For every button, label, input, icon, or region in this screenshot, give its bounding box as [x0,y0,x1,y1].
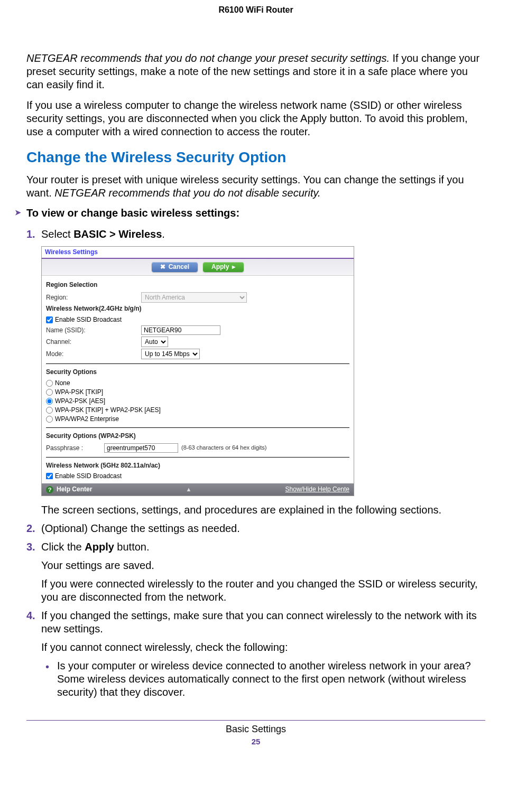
channel-label: Channel: [46,338,141,346]
step-3-p1: Your settings are saved. [41,559,485,572]
screenshot-caption: The screen sections, settings, and proce… [41,503,485,517]
radio-wpa2-aes-label: WPA2-PSK [AES] [55,397,105,405]
step-1-path: BASIC > Wireless [73,228,162,240]
step-3: 3. Click the Apply button. Your settings… [41,540,485,604]
step-number: 2. [26,522,35,535]
step-1-text-c: . [162,228,165,240]
intro-paragraph-2: If you use a wireless computer to change… [26,99,485,138]
step-4-text: If you changed the settings, make sure t… [41,609,485,636]
page-footer: Basic Settings 25 [26,720,485,746]
step-2-text: (Optional) Change the settings as needed… [41,522,485,535]
region-label: Region: [46,294,141,302]
step-number: 3. [26,540,35,554]
wireless-5g-heading: Wireless Network (5GHz 802.11a/n/ac) [46,462,349,470]
enable-ssid-5g-label: Enable SSID Broadcast [55,473,122,479]
help-center-bar[interactable]: ? Help Center ▲ Show/Hide Help Cente [42,483,354,496]
radio-none-label: None [55,379,70,387]
close-icon: ✖ [160,263,165,271]
wireless-24-heading: Wireless Network(2.4GHz b/g/n) [46,305,349,313]
enable-ssid-5g-checkbox[interactable]: Enable SSID Broadcast [46,473,349,479]
procedure-marker-icon: ➤ [15,208,21,217]
step-3-text-a: Click the [41,541,85,553]
channel-select[interactable]: Auto [141,337,168,347]
region-selection-heading: Region Selection [46,281,349,289]
mode-label: Mode: [46,350,141,358]
ss-window-title: Wireless Settings [42,247,354,259]
step-4: 4. If you changed the settings, make sur… [41,609,485,699]
step-3-apply: Apply [85,541,114,553]
security-wpa-tkip-radio[interactable]: WPA-PSK [TKIP] [46,388,349,396]
enable-ssid-checkbox[interactable]: Enable SSID Broadcast [46,316,349,324]
security-options-heading: Security Options [46,368,349,376]
step-4-bullet-1: • Is your computer or wireless device co… [57,659,485,699]
region-select[interactable]: North America [141,292,247,303]
passphrase-note: (8-63 characters or 64 hex digits) [181,444,266,452]
step-1-text-a: Select [41,228,73,240]
passphrase-label: Passphrase : [46,444,104,452]
apply-button[interactable]: Apply ▸ [203,262,244,272]
passphrase-input[interactable] [104,443,178,453]
procedure-lead-text: To view or change basic wireless setting… [26,207,239,219]
ssid-name-input[interactable] [141,325,220,335]
radio-wpa-tkip[interactable] [46,389,53,396]
wireless-settings-screenshot: Wireless Settings ✖ Cancel Apply ▸ Regio… [41,246,354,496]
expand-up-icon[interactable]: ▲ [186,486,192,493]
step-number: 4. [26,609,35,622]
radio-none[interactable] [46,380,53,387]
ssid-name-label: Name (SSID): [46,326,141,334]
security-mixed-radio[interactable]: WPA-PSK [TKIP] + WPA2-PSK [AES] [46,406,349,414]
cancel-label: Cancel [169,263,189,271]
enable-ssid-input[interactable] [46,316,53,323]
radio-wpa2-aes[interactable] [46,398,53,405]
help-icon: ? [46,486,53,493]
radio-wpa-tkip-label: WPA-PSK [TKIP] [55,388,103,396]
security-wpa2-heading: Security Options (WPA2-PSK) [46,432,349,440]
section-paragraph: Your router is preset with unique wirele… [26,173,485,200]
enable-ssid-label: Enable SSID Broadcast [55,316,122,324]
radio-mixed[interactable] [46,407,53,414]
mode-select[interactable]: Up to 145 Mbps [141,349,200,359]
chevron-right-icon: ▸ [232,263,235,271]
radio-enterprise[interactable] [46,416,53,423]
cancel-button[interactable]: ✖ Cancel [152,262,198,272]
step-4-p1: If you cannot connect wirelessly, check … [41,641,485,654]
page-header: R6100 WiFi Router [26,5,485,15]
radio-enterprise-label: WPA/WPA2 Enterprise [55,415,119,423]
security-enterprise-radio[interactable]: WPA/WPA2 Enterprise [46,415,349,423]
footer-page-number: 25 [26,737,485,746]
section-heading: Change the Wireless Security Option [26,149,485,166]
radio-mixed-label: WPA-PSK [TKIP] + WPA2-PSK [AES] [55,406,161,414]
step-1: 1. Select BASIC > Wireless. Wireless Set… [41,228,485,517]
step-number: 1. [26,228,35,241]
intro-recommendation: NETGEAR recommends that you do not chang… [26,52,390,64]
bullet-icon: • [45,661,49,672]
security-none-radio[interactable]: None [46,379,349,387]
security-wpa2-aes-radio[interactable]: WPA2-PSK [AES] [46,397,349,405]
step-3-text-c: button. [114,541,150,553]
footer-section: Basic Settings [26,724,485,735]
help-toggle-link[interactable]: Show/Hide Help Cente [285,486,349,493]
apply-label: Apply [211,263,229,271]
step-2: 2. (Optional) Change the settings as nee… [41,522,485,535]
section-recommendation: NETGEAR recommends that you do not disab… [54,187,320,199]
ss-toolbar: ✖ Cancel Apply ▸ [42,259,354,276]
help-center-label: Help Center [57,486,92,493]
intro-paragraph-1: NETGEAR recommends that you do not chang… [26,52,485,91]
step-4-bullet-1-text: Is your computer or wireless device conn… [57,660,471,698]
procedure-lead: ➤ To view or change basic wireless setti… [26,207,485,219]
step-3-p2: If you were connected wirelessly to the … [41,577,485,604]
enable-ssid-5g-input[interactable] [46,473,53,479]
